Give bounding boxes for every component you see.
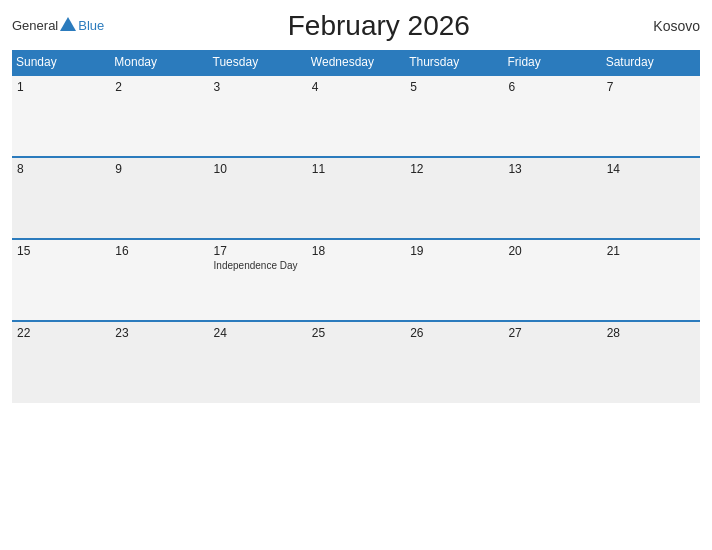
day-cell-24: 24 (209, 321, 307, 403)
day-cell-23: 23 (110, 321, 208, 403)
day-number: 10 (214, 162, 302, 176)
week-row-3: 151617Independence Day18192021 (12, 239, 700, 321)
week-row-2: 891011121314 (12, 157, 700, 239)
day-cell-14: 14 (602, 157, 700, 239)
day-number: 9 (115, 162, 203, 176)
day-number: 28 (607, 326, 695, 340)
day-cell-21: 21 (602, 239, 700, 321)
day-cell-16: 16 (110, 239, 208, 321)
day-cell-19: 19 (405, 239, 503, 321)
weekday-header-friday: Friday (503, 50, 601, 75)
calendar-container: General Blue February 2026 Kosovo Sunday… (0, 0, 712, 550)
day-number: 15 (17, 244, 105, 258)
day-cell-11: 11 (307, 157, 405, 239)
day-number: 19 (410, 244, 498, 258)
day-cell-12: 12 (405, 157, 503, 239)
day-number: 5 (410, 80, 498, 94)
day-cell-9: 9 (110, 157, 208, 239)
calendar-header: General Blue February 2026 Kosovo (12, 10, 700, 42)
day-cell-27: 27 (503, 321, 601, 403)
weekday-header-wednesday: Wednesday (307, 50, 405, 75)
day-number: 3 (214, 80, 302, 94)
day-cell-20: 20 (503, 239, 601, 321)
day-number: 11 (312, 162, 400, 176)
day-cell-3: 3 (209, 75, 307, 157)
day-cell-18: 18 (307, 239, 405, 321)
day-cell-6: 6 (503, 75, 601, 157)
day-number: 20 (508, 244, 596, 258)
weekday-header-tuesday: Tuesday (209, 50, 307, 75)
day-number: 21 (607, 244, 695, 258)
day-number: 17 (214, 244, 302, 258)
day-cell-5: 5 (405, 75, 503, 157)
day-cell-2: 2 (110, 75, 208, 157)
country-name: Kosovo (653, 18, 700, 34)
day-cell-17: 17Independence Day (209, 239, 307, 321)
logo-triangle-icon (60, 17, 76, 31)
day-number: 16 (115, 244, 203, 258)
day-number: 23 (115, 326, 203, 340)
day-number: 12 (410, 162, 498, 176)
day-cell-28: 28 (602, 321, 700, 403)
day-cell-15: 15 (12, 239, 110, 321)
day-number: 7 (607, 80, 695, 94)
day-number: 13 (508, 162, 596, 176)
week-row-1: 1234567 (12, 75, 700, 157)
day-cell-26: 26 (405, 321, 503, 403)
day-number: 2 (115, 80, 203, 94)
day-number: 25 (312, 326, 400, 340)
weekday-header-monday: Monday (110, 50, 208, 75)
day-number: 1 (17, 80, 105, 94)
logo: General Blue (12, 18, 104, 34)
weekday-header-row: SundayMondayTuesdayWednesdayThursdayFrid… (12, 50, 700, 75)
day-cell-7: 7 (602, 75, 700, 157)
logo-general-text: General (12, 18, 58, 34)
weekday-header-saturday: Saturday (602, 50, 700, 75)
calendar-grid: SundayMondayTuesdayWednesdayThursdayFrid… (12, 50, 700, 403)
day-cell-4: 4 (307, 75, 405, 157)
day-cell-1: 1 (12, 75, 110, 157)
day-number: 22 (17, 326, 105, 340)
day-number: 26 (410, 326, 498, 340)
week-row-4: 22232425262728 (12, 321, 700, 403)
calendar-title: February 2026 (288, 10, 470, 42)
day-number: 18 (312, 244, 400, 258)
day-cell-13: 13 (503, 157, 601, 239)
day-cell-10: 10 (209, 157, 307, 239)
day-number: 24 (214, 326, 302, 340)
day-cell-25: 25 (307, 321, 405, 403)
day-cell-22: 22 (12, 321, 110, 403)
day-number: 8 (17, 162, 105, 176)
day-number: 6 (508, 80, 596, 94)
weekday-header-thursday: Thursday (405, 50, 503, 75)
weekday-header-sunday: Sunday (12, 50, 110, 75)
holiday-label: Independence Day (214, 260, 302, 271)
day-number: 4 (312, 80, 400, 94)
logo-blue-text: Blue (78, 18, 104, 34)
day-number: 14 (607, 162, 695, 176)
day-cell-8: 8 (12, 157, 110, 239)
day-number: 27 (508, 326, 596, 340)
